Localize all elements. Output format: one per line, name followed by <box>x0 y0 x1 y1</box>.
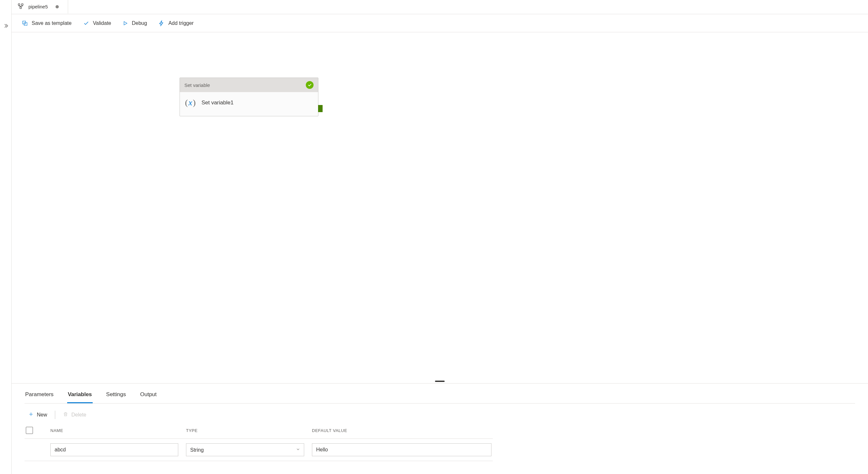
tab-output[interactable]: Output <box>140 389 157 403</box>
variables-table-header: NAME TYPE DEFAULT VALUE <box>25 422 493 439</box>
column-header-name[interactable]: NAME <box>51 428 186 433</box>
select-all-checkbox[interactable] <box>26 427 33 434</box>
svg-rect-1 <box>22 4 23 5</box>
delete-variable-label: Delete <box>71 412 86 418</box>
tab-parameters[interactable]: Parameters <box>25 389 54 403</box>
save-as-template-label: Save as template <box>32 20 72 26</box>
play-icon <box>123 21 128 26</box>
new-variable-label: New <box>37 412 47 418</box>
column-header-default[interactable]: DEFAULT VALUE <box>312 428 493 433</box>
lightning-icon <box>159 20 164 26</box>
tab-variables[interactable]: Variables <box>67 389 93 403</box>
pipeline-tab-title: pipeline5 <box>28 4 48 9</box>
variables-table: NAME TYPE DEFAULT VALUE String <box>25 422 493 461</box>
tab-settings[interactable]: Settings <box>105 389 127 403</box>
activity-type-label: Set variable <box>184 82 210 88</box>
activity-title: Set variable1 <box>202 99 234 106</box>
document-tabstrip: pipeline5 <box>11 0 868 14</box>
validate-button[interactable]: Validate <box>83 20 112 26</box>
plus-icon <box>28 412 34 418</box>
debug-button[interactable]: Debug <box>123 20 147 26</box>
panel-splitter[interactable] <box>11 379 868 383</box>
variable-icon: x <box>185 98 196 108</box>
debug-label: Debug <box>132 20 147 26</box>
config-panel-tabs: Parameters Variables Settings Output <box>25 384 855 404</box>
add-trigger-button[interactable]: Add trigger <box>159 20 193 26</box>
pipeline-toolbar: Save as template Validate Debug <box>11 14 868 32</box>
svg-rect-0 <box>19 4 20 5</box>
add-trigger-label: Add trigger <box>168 20 193 26</box>
activity-success-port[interactable] <box>318 105 322 112</box>
pipeline-icon <box>18 3 24 10</box>
trash-icon <box>63 411 68 418</box>
save-template-icon <box>22 20 28 26</box>
svg-rect-2 <box>20 7 22 9</box>
variables-actions: New Delete <box>25 404 855 422</box>
column-header-type[interactable]: TYPE <box>186 428 312 433</box>
activity-node-set-variable[interactable]: Set variable x Set variable1 <box>180 78 318 116</box>
action-separator <box>55 411 55 419</box>
activity-node-body: x Set variable1 <box>180 92 318 116</box>
new-variable-button[interactable]: New <box>28 412 47 418</box>
checkmark-icon <box>83 20 89 26</box>
activity-node-header: Set variable <box>180 78 318 92</box>
pipeline-tab[interactable]: pipeline5 <box>11 0 68 14</box>
delete-variable-button: Delete <box>63 411 86 418</box>
table-row: String <box>25 439 493 461</box>
variable-default-input[interactable] <box>312 443 492 456</box>
variable-name-input[interactable] <box>51 443 178 456</box>
expand-pane-icon[interactable] <box>4 23 8 29</box>
drag-handle-icon <box>435 381 445 382</box>
left-rail <box>0 0 11 474</box>
status-success-icon <box>306 81 314 89</box>
save-as-template-button[interactable]: Save as template <box>22 20 72 26</box>
pipeline-canvas[interactable]: Set variable x Set variable1 <box>11 32 868 379</box>
unsaved-indicator-icon <box>56 5 59 8</box>
config-panel: Parameters Variables Settings Output New <box>11 383 868 474</box>
validate-label: Validate <box>93 20 112 26</box>
variable-type-select[interactable]: String <box>186 443 304 456</box>
